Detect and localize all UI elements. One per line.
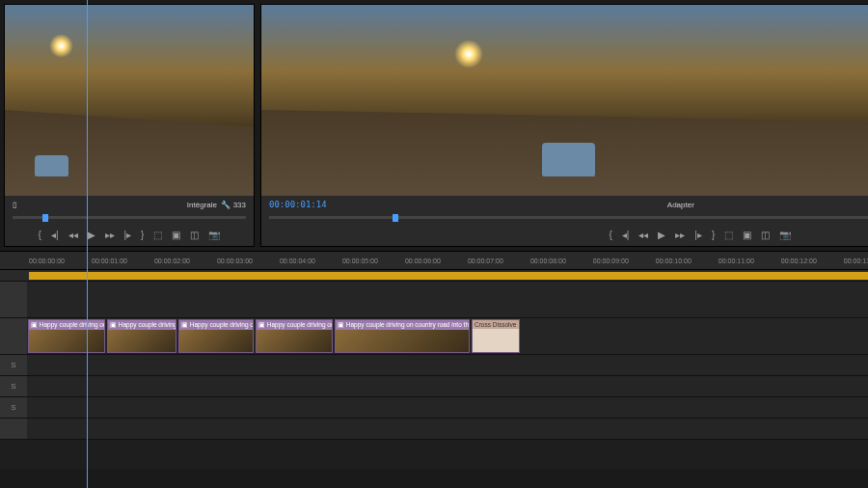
work-area-bar[interactable] [0,270,868,282]
timeline-area: 00:00:00:0000:00:01:0000:00:02:0000:00:0… [0,251,868,469]
ruler-tick: 00:00:13:00 [844,258,868,264]
track-v2 [0,282,868,318]
tracks: ▣ Happy couple driving on count▣ Happy c… [0,282,868,469]
track-head-a4[interactable] [0,419,27,439]
clip-label: ▣ Happy couple driving on c [257,320,332,330]
source-transport: { ◂| ◂◂ ▶ ▸▸ |▸ } ⬚ ▣ ◫ 📷 [5,223,254,246]
video-clip[interactable]: ▣ Happy couple driving on c [256,319,333,353]
rewind-button[interactable]: ◂◂ [638,230,648,240]
track-v1: ▣ Happy couple driving on count▣ Happy c… [0,318,868,355]
rewind-button[interactable]: ◂◂ [68,230,78,240]
bottom-row: 00:00:00:0000:00:01:0000:00:02:0000:00:0… [0,251,868,469]
source-frame-count: 333 [233,201,246,209]
source-playhead[interactable] [42,214,48,222]
export-frame-button[interactable]: ◫ [761,230,770,240]
step-fwd-button[interactable]: |▸ [694,230,702,240]
mark-out-button[interactable]: } [141,230,144,240]
extract-button[interactable]: ▣ [743,230,751,240]
step-fwd-button[interactable]: |▸ [124,230,132,240]
snapshot-button[interactable]: 📷 [779,230,791,240]
ruler-tick: 00:00:00:00 [29,258,65,264]
time-ruler[interactable]: 00:00:00:0000:00:01:0000:00:02:0000:00:0… [0,251,868,270]
source-scrubber[interactable] [5,213,254,223]
program-monitor: 00:00:01:14 Adapter Intégrale 00:03:34:2… [260,4,868,247]
video-clip[interactable]: ▣ Happy couple driving on [178,319,254,353]
timeline-panel: 00:00:00:0000:00:01:0000:00:02:0000:00:0… [0,251,868,469]
ruler-tick: 00:00:11:00 [719,258,754,264]
ruler-tick: 00:00:06:00 [405,258,441,264]
track-head-v2[interactable] [0,282,27,317]
overwrite-button[interactable]: ▣ [172,230,180,240]
source-info-bar: ▯ Intégrale 🔧 333 [5,196,254,213]
track-head-a3[interactable]: S [0,397,27,418]
play-button[interactable]: ▶ [88,230,95,240]
program-playhead[interactable] [393,214,398,222]
clip-thumbnail [336,330,469,352]
program-info-bar: 00:00:01:14 Adapter Intégrale 00:03:34:2… [261,196,868,213]
clip-thumbnail [257,330,332,352]
ruler-tick: 00:00:12:00 [781,258,817,264]
ruler-tick: 00:00:07:00 [468,258,503,264]
ruler-tick: 00:00:09:00 [593,258,629,264]
marker-icon[interactable]: ▯ [13,201,16,209]
mark-in-button[interactable]: { [39,230,41,240]
track-a2: S [0,376,868,397]
clip-thumbnail [179,330,253,352]
video-clip[interactable]: ▣ Happy couple driving on count [28,319,105,353]
ruler-tick: 00:00:10:00 [656,258,692,264]
program-mode-label[interactable]: Adapter [667,201,694,209]
program-tc-in[interactable]: 00:00:01:14 [269,200,327,209]
export-frame-button[interactable]: ◫ [190,230,199,240]
track-head-a1[interactable]: S [0,355,27,375]
play-button[interactable]: ▶ [658,230,665,240]
ruler-tick: 00:00:05:00 [342,258,378,264]
step-back-button[interactable]: ◂| [622,230,630,240]
ruler-tick: 00:00:02:00 [154,258,190,264]
ruler-tick: 00:00:01:00 [92,258,127,264]
insert-button[interactable]: ⬚ [153,230,162,240]
mark-out-button[interactable]: } [712,230,715,240]
clip-thumbnail [29,330,104,352]
clip-thumbnail [108,330,176,352]
program-scrubber[interactable] [261,213,868,223]
track-a3: S [0,397,868,419]
snapshot-button[interactable]: 📷 [208,230,220,240]
track-head-v1[interactable] [0,318,27,354]
video-clip[interactable]: ▣ Happy couple driving [107,319,176,353]
track-a4 [0,419,868,440]
clip-label: ▣ Happy couple driving on country road i… [336,320,469,330]
viewers-row: ▯ Intégrale 🔧 333 { ◂| ◂◂ ▶ ▸▸ |▸ } ⬚ ▣ … [0,0,868,251]
track-a1: S [0,355,868,376]
forward-button[interactable]: ▸▸ [675,230,685,240]
source-preview[interactable] [5,5,254,196]
timeline-playhead[interactable] [87,282,88,469]
forward-button[interactable]: ▸▸ [105,230,115,240]
program-transport: { ◂| ◂◂ ▶ ▸▸ |▸ } ⬚ ▣ ◫ 📷 [261,223,868,246]
main-column: ▯ Intégrale 🔧 333 { ◂| ◂◂ ▶ ▸▸ |▸ } ⬚ ▣ … [0,0,868,488]
source-mode-label[interactable]: Intégrale [187,201,217,209]
track-head-a2[interactable]: S [0,376,27,396]
program-preview[interactable] [261,5,868,196]
clip-label: ▣ Happy couple driving on count [29,320,104,330]
transition-label: Cross Dissolve [473,320,519,329]
video-clip[interactable]: ▣ Happy couple driving on country road i… [335,319,470,353]
ruler-tick: 00:00:04:00 [280,258,315,264]
track-v1-body[interactable]: ▣ Happy couple driving on count▣ Happy c… [27,318,868,354]
clip-label: ▣ Happy couple driving [108,320,176,330]
step-back-button[interactable]: ◂| [51,230,59,240]
clip-label: ▣ Happy couple driving on [179,320,253,330]
ruler-tick: 00:00:03:00 [217,258,253,264]
app-root: ▯ Intégrale 🔧 333 { ◂| ◂◂ ▶ ▸▸ |▸ } ⬚ ▣ … [0,0,868,488]
transition-clip[interactable]: Cross Dissolve [472,319,520,353]
lift-button[interactable]: ⬚ [724,230,733,240]
mark-in-button[interactable]: { [609,230,611,240]
source-monitor: ▯ Intégrale 🔧 333 { ◂| ◂◂ ▶ ▸▸ |▸ } ⬚ ▣ … [4,4,255,247]
ruler-tick: 00:00:08:00 [530,258,566,264]
